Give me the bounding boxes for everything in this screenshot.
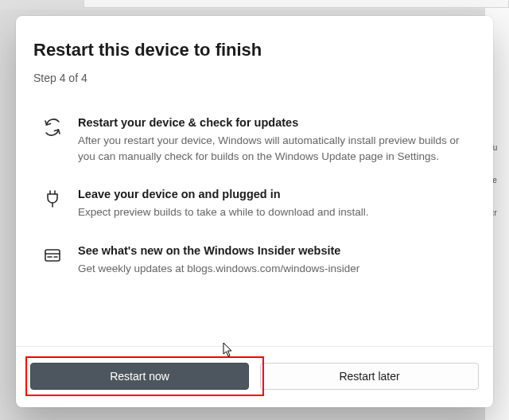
info-heading: Restart your device & check for updates — [78, 116, 476, 129]
info-item-restart: Restart your device & check for updates … — [33, 116, 476, 164]
info-body: Expect preview builds to take a while to… — [78, 204, 476, 220]
dialog-footer: Restart now Restart later — [16, 346, 493, 407]
dialog-content: Restart this device to finish Step 4 of … — [16, 16, 493, 346]
dialog-title: Restart this device to finish — [33, 40, 476, 60]
info-item-news: See what's new on the Windows Insider we… — [33, 244, 476, 277]
restart-now-button[interactable]: Restart now — [30, 363, 249, 390]
plug-icon — [33, 188, 78, 208]
step-indicator: Step 4 of 4 — [33, 72, 476, 84]
info-body: Get weekly updates at blogs.windows.com/… — [78, 261, 476, 277]
news-icon — [33, 244, 78, 265]
restart-later-button[interactable]: Restart later — [260, 363, 479, 390]
svg-rect-0 — [45, 250, 60, 261]
info-heading: Leave your device on and plugged in — [78, 188, 476, 200]
info-body: After you restart your device, Windows w… — [78, 133, 476, 164]
background-inner-strip — [84, 0, 509, 8]
info-heading: See what's new on the Windows Insider we… — [78, 244, 476, 257]
restart-dialog: Restart this device to finish Step 4 of … — [16, 16, 493, 407]
refresh-icon — [33, 116, 78, 137]
info-item-power: Leave your device on and plugged in Expe… — [33, 188, 476, 220]
